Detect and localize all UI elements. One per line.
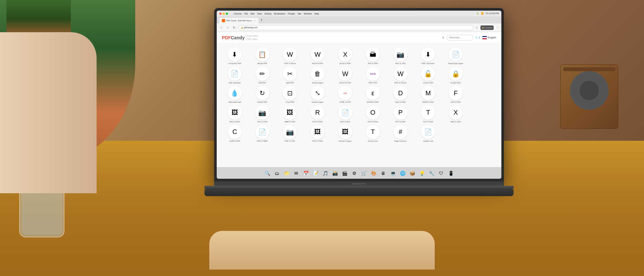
tool-item-8[interactable]: 📄Rearrange pages [443, 47, 469, 65]
tool-item-42[interactable]: 📷PDF to TIFF [277, 125, 303, 142]
dock-icon-18[interactable]: 🛡 [437, 169, 445, 177]
tool-item-46[interactable]: #Page numbers [388, 125, 413, 142]
tool-item-7[interactable]: ⬇PDF Converter [415, 47, 441, 65]
star-button[interactable]: ☆ [475, 25, 479, 30]
tool-item-31[interactable]: 📷TIFF to PDF [250, 106, 275, 123]
dock-icon-2[interactable]: 📁 [282, 169, 291, 177]
dock-icon-9[interactable]: ⚙ [350, 169, 358, 177]
menu-window[interactable]: Window [304, 13, 312, 15]
tool-item-0[interactable]: ⬇Compress PDF [222, 47, 248, 65]
tool-item-19[interactable] [470, 67, 496, 84]
tool-item-18[interactable]: 🔒Protect PDF [443, 67, 469, 84]
upload-icon[interactable]: ⬆ [442, 36, 444, 39]
maximize-button[interactable] [226, 13, 228, 15]
tool-item-12[interactable]: ✂Split PDF [277, 67, 303, 84]
tool-item-22[interactable]: ⊡Crop PDF [277, 86, 303, 103]
menu-tab[interactable]: Tab [298, 13, 301, 15]
tool-item-3[interactable]: WWord to PDF [305, 47, 330, 65]
tool-item-29[interactable] [470, 86, 496, 103]
tool-item-21[interactable]: ↻Rotate PDF [250, 86, 275, 103]
menu-help[interactable]: Help [314, 13, 319, 15]
tool-item-25[interactable]: εEPUB to PDF [360, 86, 386, 103]
dock-icon-10[interactable]: 🛒 [360, 169, 368, 177]
tool-item-34[interactable]: 📄PDF to RTF [332, 106, 358, 123]
dock-icon-17[interactable]: 🔧 [427, 169, 436, 177]
dock-icon-1[interactable]: 🗂 [273, 169, 281, 177]
menu-history[interactable]: History [264, 13, 271, 15]
forward-button[interactable]: › [225, 25, 230, 30]
address-bar[interactable]: 🔒 pdfcandy.com [238, 25, 473, 30]
tool-item-24[interactable]: </>HTML to PDF [332, 86, 358, 103]
menu-view[interactable]: View [257, 13, 262, 15]
dock-icon-3[interactable]: ✉ [292, 169, 300, 177]
tool-item-26[interactable]: DDjVu to PDF [388, 86, 413, 103]
tools-grid: ⬇Compress PDF📋Merge PDFWPDF to WordWWord… [217, 43, 501, 146]
dock-icon-5[interactable]: 📝 [311, 169, 320, 177]
tool-item-1[interactable]: 📋Merge PDF [250, 47, 275, 65]
tool-item-47[interactable]: 📄Header and [415, 125, 441, 142]
tool-item-23[interactable]: ⤡Resize pages [305, 86, 330, 103]
close-button[interactable] [219, 13, 222, 15]
tool-item-33[interactable]: RRTF to PDF [305, 106, 330, 123]
language-selector[interactable]: English [482, 36, 496, 39]
tool-item-49[interactable] [470, 125, 496, 142]
tool-label-40: CHM to PDF [229, 140, 240, 142]
tool-item-20[interactable]: 💧Add watermark [222, 86, 248, 103]
tool-item-13[interactable]: 🗑Delete pages [305, 67, 330, 84]
dock-icon-0[interactable]: 🔍 [263, 169, 271, 177]
tool-item-15[interactable]: OCRPDF OCR [360, 67, 386, 84]
tool-item-10[interactable]: 📄Edit metadata [222, 67, 248, 84]
dock-icon-6[interactable]: 🎵 [321, 169, 329, 177]
menu-file[interactable]: File [244, 13, 248, 15]
tool-item-11[interactable]: ✏Edit PDF [250, 67, 275, 84]
dock-icon-14[interactable]: 🌐 [398, 169, 407, 177]
menu-edit[interactable]: Edit [251, 13, 254, 15]
dock-icon-8[interactable]: 🎬 [340, 169, 349, 177]
tool-item-4[interactable]: XExcel to PDF [332, 47, 358, 65]
menu-bookmarks[interactable]: Bookmarks [274, 13, 285, 15]
tool-item-6[interactable]: 📷PDF to JPG [388, 47, 413, 65]
tool-item-40[interactable]: CCHM to PDF [222, 125, 248, 142]
tool-item-39[interactable] [470, 106, 496, 123]
dock-icon-15[interactable]: 📦 [408, 169, 416, 177]
tool-item-44[interactable]: 🖼Extract images [332, 125, 358, 142]
tool-item-16[interactable]: WPDF to DOCX [388, 67, 413, 84]
tool-item-41[interactable]: 📄PDF to BMP [250, 125, 275, 142]
search-input[interactable] [447, 35, 473, 41]
dock-icon-16[interactable]: 💡 [418, 169, 426, 177]
menu-chrome[interactable]: Chrome [234, 13, 242, 15]
tool-icon-15: OCR [366, 67, 380, 81]
facebook-icon[interactable]: f [479, 36, 480, 39]
tool-item-27[interactable]: MMOBI to PDF [415, 86, 441, 103]
twitter-icon[interactable]: 𝕏 [475, 36, 478, 39]
menu-button[interactable]: ⋮ [495, 25, 499, 30]
tool-item-2[interactable]: WPDF to Word [277, 47, 303, 65]
back-button[interactable]: ‹ [219, 25, 224, 30]
tool-item-14[interactable]: WDOCX to PDF [332, 67, 358, 84]
dock-icon-12[interactable]: 🖥 [379, 169, 387, 177]
tool-item-17[interactable]: 🔓Unlock PDF [415, 67, 441, 84]
tool-item-45[interactable]: TExtract text [360, 125, 386, 142]
tool-item-32[interactable]: 🖼BMP to PDF [277, 106, 303, 123]
tool-item-5[interactable]: 🏔JPG to PDF [360, 47, 386, 65]
minimize-button[interactable] [223, 13, 225, 15]
tool-item-38[interactable]: XXML to PDF [443, 106, 469, 123]
dock-icon-7[interactable]: 📸 [331, 169, 339, 177]
dock-icon-19[interactable]: 📱 [447, 169, 455, 177]
tab-close[interactable]: × [254, 19, 256, 22]
tool-item-28[interactable]: FFB2 to PDF [443, 86, 469, 103]
tool-item-35[interactable]: OODT to PDF [360, 106, 386, 123]
dock-icon-11[interactable]: 🎨 [369, 169, 378, 177]
tool-item-48[interactable] [443, 125, 469, 142]
dock-icon-13[interactable]: 💻 [389, 169, 397, 177]
dock-icon-4[interactable]: 📅 [302, 169, 310, 177]
tool-item-36[interactable]: PPPT to PDF [388, 106, 413, 123]
tool-item-43[interactable]: 🖼PDF to PNG [305, 125, 330, 142]
menu-people[interactable]: People [288, 13, 295, 15]
tool-item-30[interactable]: 🖼PNG to PDF [222, 106, 248, 123]
reload-button[interactable]: ↻ [232, 25, 237, 30]
active-tab[interactable]: PDF Candy - Edit PDF free w... × [219, 18, 259, 24]
new-tab-button[interactable]: + [259, 18, 265, 22]
tool-item-9[interactable] [470, 47, 496, 65]
tool-item-37[interactable]: TTXT to PDF [415, 106, 441, 123]
